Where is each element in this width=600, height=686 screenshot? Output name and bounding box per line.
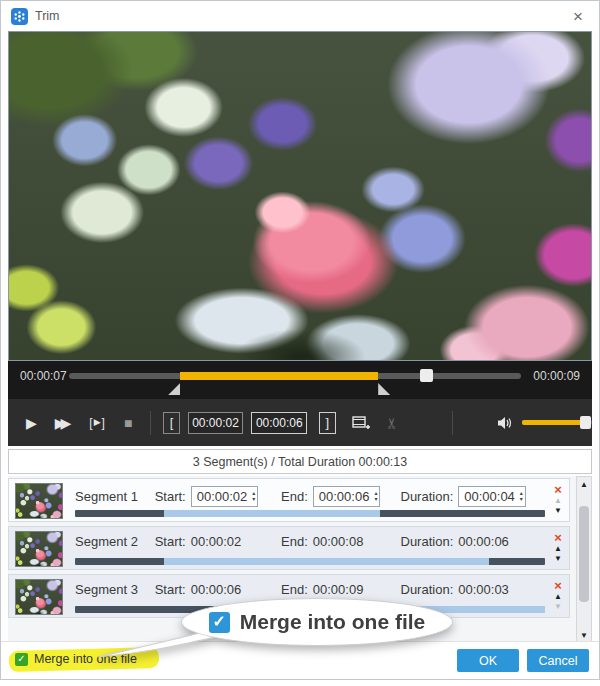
end-value-field[interactable]: 00:00:06 ▴▾ [313,486,381,507]
ok-button[interactable]: OK [457,649,519,672]
segment-row[interactable]: Segment 1 Start: 00:00:02 ▴▾ End: 00:00:… [8,478,570,522]
trim-out-marker[interactable] [378,383,390,395]
end-label: End: [281,489,308,504]
delete-segment-icon[interactable]: × [554,531,562,544]
spinner-icon[interactable]: ▴▾ [252,491,255,502]
delete-segment-icon[interactable]: × [554,579,562,592]
video-preview [8,31,592,361]
segment-thumbnail [15,531,63,567]
segment-range-fill [164,510,380,517]
duration-label: Duration: [401,534,454,549]
start-label: Start: [155,582,186,597]
trim-start-input[interactable]: 00:00:02 [188,412,244,434]
start-label: Start: [155,534,186,549]
stop-button[interactable]: ■ [124,416,132,430]
move-up-icon[interactable]: ▲ [554,544,562,554]
start-value: 00:00:02 [191,534,242,549]
volume-fill [522,420,585,425]
duration-value: 00:00:06 [458,534,509,549]
close-icon[interactable]: × [567,8,589,25]
divider [150,411,151,435]
start-label: Start: [155,489,186,504]
spinner-icon[interactable]: ▴▾ [520,491,523,502]
scroll-up-icon[interactable]: ▲ [580,477,588,492]
duration-value-field[interactable]: 00:00:03 ▴▾ [458,582,509,597]
segment-thumbnail [15,483,63,519]
segment-range-bar [75,558,545,565]
divider [452,411,453,435]
start-value-field[interactable]: 00:00:06 ▴▾ [191,582,242,597]
segments-summary: 3 Segment(s) / Total Duration 00:00:13 [8,449,592,474]
end-value: 00:00:08 [313,534,364,549]
volume-control [497,415,592,431]
callout-balloon: ✓ Merge into one file [181,598,453,646]
speaker-icon[interactable] [497,415,514,431]
video-frame-flowers [9,32,591,360]
trim-end-input[interactable]: 00:00:06 [251,412,307,434]
fast-forward-button[interactable]: ▶▶ [55,416,72,430]
end-label: End: [281,582,308,597]
scrollbar[interactable]: ▲ ▼ [576,476,592,644]
add-segment-icon[interactable] [352,415,370,431]
merge-checkbox[interactable]: ✓ [15,653,28,666]
segment-name: Segment 2 [75,534,155,549]
timeline: 00:00:07 00:00:09 [8,361,592,399]
volume-slider[interactable] [522,420,592,425]
move-down-icon[interactable]: ▼ [554,554,562,564]
playhead-handle[interactable] [420,369,433,382]
callout-bubble: ✓ Merge into one file [181,598,453,646]
app-icon [11,8,28,25]
play-button[interactable]: ▶ [26,416,37,430]
play-segment-button[interactable]: [▶] [89,417,106,429]
end-value: 00:00:06 [319,489,370,504]
segment-range-fill [164,558,488,565]
delete-segment-icon[interactable]: × [554,483,562,496]
end-value: 00:00:09 [313,582,364,597]
start-value-field[interactable]: 00:00:02 ▴▾ [191,534,242,549]
trim-in-marker[interactable] [168,383,180,395]
move-up-icon[interactable]: ▲ [554,592,562,602]
end-value-field[interactable]: 00:00:09 ▴▾ [313,582,364,597]
duration-value: 00:00:03 [458,582,509,597]
cancel-button[interactable]: Cancel [527,649,589,672]
start-value-field[interactable]: 00:00:02 ▴▾ [191,486,259,507]
segment-name: Segment 3 [75,582,155,597]
duration-label: Duration: [401,489,454,504]
start-value: 00:00:06 [191,582,242,597]
end-value-field[interactable]: 00:00:08 ▴▾ [313,534,364,549]
duration-value-field[interactable]: 00:00:06 ▴▾ [458,534,509,549]
volume-handle[interactable] [580,416,591,429]
set-start-bracket-button[interactable]: [ [163,412,179,434]
footer-bar: ✓ Merge into one file OK Cancel [1,641,599,679]
end-label: End: [281,534,308,549]
trim-range-highlight [180,372,378,380]
seek-track[interactable] [69,373,521,379]
set-end-bracket-button[interactable]: ] [319,412,335,434]
current-time: 00:00:07 [20,369,67,383]
check-icon: ✓ [213,614,226,630]
segment-name: Segment 1 [75,489,155,504]
snowflake-icon [14,11,25,22]
callout-checkbox: ✓ [209,612,230,633]
start-value: 00:00:02 [197,489,248,504]
trim-dialog: Trim × 00:00:07 00:00:09 ▶ ▶▶ [▶] ■ [ 00… [0,0,600,680]
split-segment-icon[interactable]: ✂ [386,414,399,432]
segment-thumbnail [15,579,63,615]
title-bar: Trim × [1,1,599,31]
scrollbar-thumb[interactable] [579,506,589,602]
control-bar: ▶ ▶▶ [▶] ■ [ 00:00:02 00:00:06 ] ✂ [8,399,592,446]
duration-value: 00:00:04 [464,489,515,504]
check-icon: ✓ [17,654,25,664]
duration-label: Duration: [401,582,454,597]
segment-row[interactable]: Segment 2 Start: 00:00:02 ▴▾ End: 00:00:… [8,526,570,570]
segment-range-bar [75,510,545,517]
duration-value-field[interactable]: 00:00:04 ▴▾ [458,486,526,507]
dialog-title: Trim [35,9,60,23]
scrollbar-track[interactable] [577,492,591,628]
callout-label: Merge into one file [240,610,426,634]
spinner-icon[interactable]: ▴▾ [374,491,377,502]
move-down-icon[interactable]: ▼ [554,506,562,516]
total-time: 00:00:09 [533,369,580,383]
move-down-icon[interactable]: ▼ [554,602,562,612]
move-up-icon[interactable]: ▲ [554,496,562,506]
